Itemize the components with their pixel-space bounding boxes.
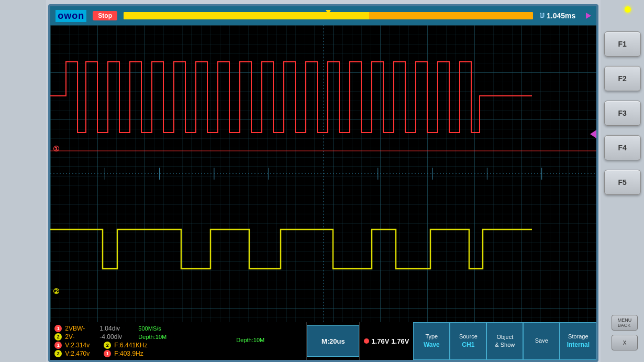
f5-button[interactable]: F5 bbox=[604, 170, 641, 195]
trigger-level-num: 1.76V bbox=[391, 337, 409, 345]
ch2-volt: 2V- bbox=[65, 333, 96, 341]
type-button[interactable]: Type Wave bbox=[413, 322, 450, 360]
trigger-marker-right bbox=[590, 130, 596, 138]
ch1-marker: ① bbox=[53, 145, 60, 153]
osc-display: ① ② bbox=[50, 25, 596, 322]
time-display: 𝕌 1.045ms bbox=[539, 12, 575, 20]
status-measurements: 1 2VBW- 1.04div 500MS/s 2 2V- -4.00div D… bbox=[50, 322, 307, 360]
source-value: CH1 bbox=[462, 341, 474, 348]
f3-button[interactable]: F3 bbox=[604, 101, 641, 126]
grid-svg bbox=[50, 25, 596, 322]
ch1-div-val: 1.04div bbox=[99, 325, 131, 332]
ch1-f-ind: 1 bbox=[104, 350, 111, 357]
ch1-v-meas: V:2.314v bbox=[65, 342, 96, 349]
trigger-position-bar[interactable] bbox=[124, 12, 533, 19]
menu-back-button[interactable]: MENUBACK bbox=[612, 315, 638, 331]
type-label: Type bbox=[425, 333, 438, 340]
trigger-arrow bbox=[586, 13, 591, 19]
screen-area: owon Stop 𝕌 1.045ms bbox=[46, 0, 601, 362]
f4-button[interactable]: F4 bbox=[604, 135, 641, 160]
ch2-f-ind: 2 bbox=[104, 342, 111, 349]
ch2-meas-row: 2 V:2.470v 1 F:403.9Hz bbox=[54, 350, 302, 357]
object-show-label2: & Show bbox=[495, 342, 515, 348]
timebase-m-val: M:20us bbox=[321, 337, 345, 345]
ch2-indicator: 2 bbox=[54, 333, 62, 341]
object-show-button[interactable]: Object & Show bbox=[486, 322, 523, 360]
trigger-level-display: 1.76V 1.76V bbox=[359, 322, 413, 360]
oscilloscope: owon Stop 𝕌 1.045ms bbox=[0, 0, 644, 362]
ch2-v-ind2: 2 bbox=[54, 350, 62, 357]
source-label: Source bbox=[459, 333, 478, 340]
object-show-label1: Object bbox=[496, 334, 513, 341]
ch1-meas-row: 1 V:2.314v 2 F:6.441KHz bbox=[54, 342, 302, 349]
ch1-row1: 1 2VBW- 1.04div 500MS/s bbox=[54, 325, 302, 332]
depth: Depth:10M bbox=[138, 334, 166, 340]
time-icon: 𝕌 bbox=[539, 12, 545, 19]
ch2-div-val: -4.00div bbox=[99, 333, 131, 341]
source-button[interactable]: Source CH1 bbox=[450, 322, 486, 360]
bottom-buttons: MENUBACK X bbox=[610, 314, 639, 352]
ch1-indicator: 1 bbox=[54, 325, 62, 332]
ch1-row2: 2 2V- -4.00div Depth:10M bbox=[54, 333, 302, 341]
ch2-marker: ② bbox=[53, 287, 60, 295]
led-indicator bbox=[625, 6, 631, 13]
status-bar: 1 2VBW- 1.04div 500MS/s 2 2V- -4.00div D… bbox=[50, 322, 596, 360]
timebase-box: M:20us bbox=[307, 325, 359, 357]
storage-label: Storage bbox=[568, 333, 589, 340]
ch1-volt-div: 2VBW- bbox=[65, 325, 96, 332]
x-button[interactable]: X bbox=[612, 335, 638, 350]
stop-button[interactable]: Stop bbox=[93, 11, 117, 20]
func-buttons: Type Wave Source CH1 Object & Show Save bbox=[413, 322, 596, 360]
storage-button[interactable]: Storage Internal bbox=[560, 322, 596, 360]
timebase-value: 1.045ms bbox=[547, 12, 575, 20]
ch2-v-meas: V:2.470v bbox=[65, 350, 96, 357]
trigger-dot bbox=[364, 338, 369, 344]
f1-button[interactable]: F1 bbox=[604, 31, 641, 57]
type-value: Wave bbox=[424, 341, 440, 348]
ch1-f-meas: F:403.9Hz bbox=[114, 350, 146, 357]
screen-bezel: owon Stop 𝕌 1.045ms bbox=[48, 4, 598, 362]
ch1-v-ind: 1 bbox=[54, 342, 62, 349]
right-panel: F1 F2 F3 F4 F5 MENUBACK X bbox=[601, 0, 644, 362]
ch2-f-meas: F:6.441KHz bbox=[114, 342, 147, 349]
sample-rate: 500MS/s bbox=[138, 325, 161, 332]
left-panel bbox=[0, 0, 46, 362]
depth-label: Depth:10M bbox=[236, 337, 264, 343]
trigger-level-val: 1.76V bbox=[371, 337, 389, 345]
f2-button[interactable]: F2 bbox=[604, 66, 641, 91]
save-label: Save bbox=[535, 337, 548, 344]
save-button[interactable]: Save bbox=[523, 322, 560, 360]
brand-logo: owon bbox=[55, 10, 86, 22]
screen-topbar: owon Stop 𝕌 1.045ms bbox=[50, 6, 596, 25]
storage-value: Internal bbox=[567, 341, 590, 348]
